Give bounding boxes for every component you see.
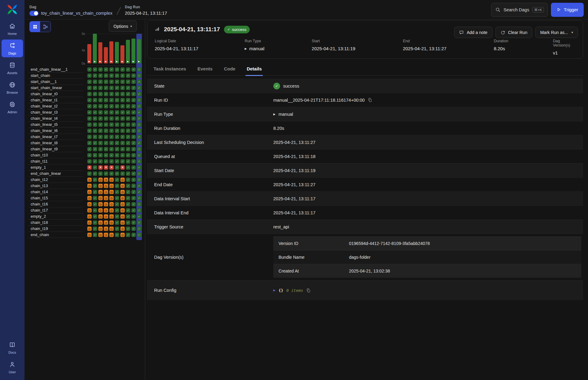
task-instance-chain_linear_t4-run6-success[interactable]: ✓: [115, 116, 119, 121]
task-instance-chain_linear_t9-run7-success[interactable]: ✓: [120, 147, 125, 151]
task-instance-chain_linear_t6-run8-success[interactable]: ✓: [126, 129, 130, 133]
task-instance-end_chain_linear-run3-success[interactable]: ✓: [98, 171, 103, 176]
task-name-chain_linear_t7[interactable]: chain_linear_t7: [31, 134, 58, 139]
task-instance-chain_t13-run8-success[interactable]: ✓: [126, 184, 130, 188]
task-instance-chain_t18-run1-upstream_failed[interactable]: ◎: [87, 220, 92, 225]
task-instance-empty_2-run2-success[interactable]: ✓: [93, 214, 97, 219]
task-instance-end_chain_linear-run5-success[interactable]: ✓: [109, 171, 114, 176]
task-instance-chain_linear_t1-run4-success[interactable]: ✓: [104, 98, 108, 102]
task-instance-chain_t12-run2-success[interactable]: ✓: [93, 178, 97, 182]
run-bar-9-success[interactable]: ▶: [131, 39, 135, 63]
run-bar-4-failed[interactable]: ▶: [104, 47, 108, 63]
task-instance-empty_2-run8-success[interactable]: ✓: [126, 214, 130, 219]
tab-events[interactable]: Events: [197, 64, 213, 75]
task-name-chain_t15[interactable]: chain_t15: [31, 196, 48, 200]
task-instance-chain_linear_t8-run1-success[interactable]: ✓: [87, 141, 92, 145]
task-instance-empty_2-run7-upstream_failed[interactable]: ◎: [120, 214, 125, 219]
task-instance-chain_t11-run6-success[interactable]: ✓: [115, 159, 119, 164]
task-instance-start_chain-run2-success[interactable]: ✓: [93, 73, 97, 78]
task-instance-chain_t14-run1-upstream_failed[interactable]: ◎: [87, 190, 92, 194]
task-instance-end_chain_linear-run10-success[interactable]: ✓: [137, 171, 141, 176]
mark-run-as-button[interactable]: Mark Run as...▾: [535, 27, 578, 38]
task-instance-end_chain_linear__1-run5-success[interactable]: ✓: [109, 67, 114, 72]
search-dags-button[interactable]: Search Dags ⌘+K: [491, 3, 548, 17]
sidebar-item-admin[interactable]: Admin: [2, 98, 23, 116]
run-bar-5-failed[interactable]: ▶: [109, 41, 113, 63]
task-instance-chain_t13-run1-upstream_failed[interactable]: ◎: [87, 184, 92, 188]
task-instance-chain_linear_t1-run6-success[interactable]: ✓: [115, 98, 119, 102]
tab-details[interactable]: Details: [246, 64, 262, 75]
task-instance-chain_t10-run7-success[interactable]: ✓: [120, 153, 125, 157]
task-instance-chain_t12-run3-upstream_failed[interactable]: ◎: [98, 178, 103, 182]
task-instance-chain_linear_t7-run7-success[interactable]: ✓: [120, 135, 125, 139]
task-instance-start_chain-run7-success[interactable]: ✓: [120, 73, 125, 78]
task-instance-end_chain_linear-run9-success[interactable]: ✓: [131, 171, 136, 176]
task-instance-chain_t18-run3-upstream_failed[interactable]: ◎: [98, 220, 103, 225]
task-name-start_chain__1[interactable]: start_chain__1: [31, 79, 57, 84]
task-instance-start_chain_linear-run7-success[interactable]: ✓: [120, 86, 125, 90]
task-instance-chain_linear_t4-run8-success[interactable]: ✓: [126, 116, 130, 121]
task-instance-chain_linear_t5-run6-success[interactable]: ✓: [115, 122, 119, 127]
task-instance-chain_t14-run9-success[interactable]: ✓: [131, 190, 136, 194]
task-instance-chain_linear_t4-run1-success[interactable]: ✓: [87, 116, 92, 121]
task-instance-end_chain-run2-success[interactable]: ✓: [93, 233, 97, 237]
task-instance-chain_linear_t6-run4-success[interactable]: ✓: [104, 129, 108, 133]
task-instance-chain_linear_t5-run10-success[interactable]: ✓: [137, 122, 141, 127]
task-instance-chain_t19-run8-success[interactable]: ✓: [126, 227, 130, 231]
task-instance-chain_linear_t8-run7-success[interactable]: ✓: [120, 141, 125, 145]
task-name-empty_2[interactable]: empty_2: [31, 214, 46, 219]
task-instance-chain_linear_t9-run3-success[interactable]: ✓: [98, 147, 103, 151]
task-instance-chain_t19-run9-success[interactable]: ✓: [131, 227, 136, 231]
task-instance-chain_linear_t6-run10-success[interactable]: ✓: [137, 129, 141, 133]
task-instance-end_chain_linear-run4-success[interactable]: ✓: [104, 171, 108, 176]
task-name-chain_linear_t1[interactable]: chain_linear_t1: [31, 98, 58, 102]
task-instance-chain_linear_t3-run2-success[interactable]: ✓: [93, 110, 97, 115]
task-instance-start_chain__1-run4-success[interactable]: ✓: [104, 80, 108, 84]
task-instance-chain_t19-run7-upstream_failed[interactable]: ◎: [120, 227, 125, 231]
task-instance-chain_linear_t7-run2-success[interactable]: ✓: [93, 135, 97, 139]
task-instance-chain_linear_t9-run1-success[interactable]: ✓: [87, 147, 92, 151]
task-instance-empty_1-run2-success[interactable]: ✓: [93, 165, 97, 170]
task-instance-end_chain_linear-run8-success[interactable]: ✓: [126, 171, 130, 176]
task-instance-end_chain_linear-run1-success[interactable]: ✓: [87, 171, 92, 176]
run-bar-7-failed[interactable]: ▶: [120, 45, 124, 63]
task-instance-empty_2-run5-upstream_failed[interactable]: ◎: [109, 214, 114, 219]
task-name-chain_t18[interactable]: chain_t18: [31, 220, 48, 225]
task-instance-chain_linear_t9-run2-success[interactable]: ✓: [93, 147, 97, 151]
task-instance-start_chain__1-run1-success[interactable]: ✓: [87, 80, 92, 84]
task-instance-chain_linear_t0-run5-success[interactable]: ✓: [109, 92, 114, 96]
task-instance-end_chain_linear-run6-success[interactable]: ✓: [115, 171, 119, 176]
task-name-chain_linear_t5[interactable]: chain_linear_t5: [31, 122, 58, 127]
task-instance-chain_t11-run10-success[interactable]: ✓: [137, 159, 141, 164]
task-instance-chain_linear_t3-run1-success[interactable]: ✓: [87, 110, 92, 115]
task-instance-empty_1-run3-failed[interactable]: ×: [98, 165, 103, 170]
task-instance-empty_1-run1-failed[interactable]: ×: [87, 165, 92, 170]
task-instance-chain_t19-run4-upstream_failed[interactable]: ◎: [104, 227, 108, 231]
task-instance-chain_linear_t1-run5-success[interactable]: ✓: [109, 98, 114, 102]
task-instance-chain_t16-run9-success[interactable]: ✓: [131, 202, 136, 206]
task-instance-end_chain-run9-success[interactable]: ✓: [131, 233, 136, 237]
task-instance-chain_t15-run4-upstream_failed[interactable]: ◎: [104, 196, 108, 200]
task-instance-chain_linear_t4-run10-success[interactable]: ✓: [137, 116, 141, 121]
task-instance-chain_linear_t0-run7-success[interactable]: ✓: [120, 92, 125, 96]
task-instance-chain_t11-run4-success[interactable]: ✓: [104, 159, 108, 164]
task-instance-chain_linear_t4-run9-success[interactable]: ✓: [131, 116, 136, 121]
task-instance-chain_linear_t1-run9-success[interactable]: ✓: [131, 98, 136, 102]
task-instance-end_chain-run10-success[interactable]: ✓: [137, 233, 141, 237]
task-instance-start_chain-run8-success[interactable]: ✓: [126, 73, 130, 78]
copy-button[interactable]: [306, 288, 311, 293]
task-instance-chain_t11-run3-success[interactable]: ✓: [98, 159, 103, 164]
task-instance-empty_2-run1-upstream_failed[interactable]: ◎: [87, 214, 92, 219]
task-instance-chain_linear_t9-run10-success[interactable]: ✓: [137, 147, 141, 151]
task-instance-chain_linear_t7-run10-success[interactable]: ✓: [137, 135, 141, 139]
task-instance-start_chain_linear-run2-success[interactable]: ✓: [93, 86, 97, 90]
task-instance-empty_2-run3-upstream_failed[interactable]: ◎: [98, 214, 103, 219]
task-instance-chain_linear_t1-run7-success[interactable]: ✓: [120, 98, 125, 102]
task-instance-chain_t19-run2-success[interactable]: ✓: [93, 227, 97, 231]
task-instance-chain_linear_t8-run4-success[interactable]: ✓: [104, 141, 108, 145]
task-name-chain_t10[interactable]: chain_t10: [31, 153, 48, 157]
task-instance-chain_t15-run7-upstream_failed[interactable]: ◎: [120, 196, 125, 200]
task-instance-chain_t16-run4-upstream_failed[interactable]: ◎: [104, 202, 108, 206]
task-instance-chain_t19-run10-success[interactable]: ✓: [137, 227, 141, 231]
task-instance-start_chain-run3-success[interactable]: ✓: [98, 73, 103, 78]
